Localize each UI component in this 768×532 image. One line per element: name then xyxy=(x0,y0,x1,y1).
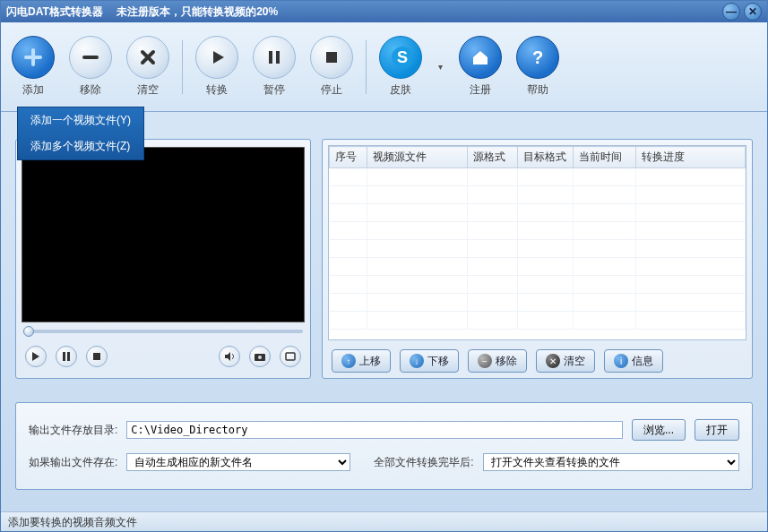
col-progress[interactable]: 转换进度 xyxy=(636,147,746,168)
table-row[interactable] xyxy=(330,186,746,204)
preview-panel xyxy=(15,139,311,379)
convert-button[interactable]: 转换 xyxy=(194,36,240,98)
statusbar: 添加要转换的视频音频文件 xyxy=(1,511,767,531)
table-row[interactable] xyxy=(330,222,746,240)
svg-rect-8 xyxy=(93,353,100,360)
output-dir-label: 输出文件存放目录: xyxy=(29,423,117,438)
add-dropdown-menu: 添加一个视频文件(Y) 添加多个视频文件(Z) xyxy=(17,107,144,160)
add-button[interactable]: 添加 xyxy=(10,36,56,98)
preview-stop-button[interactable] xyxy=(86,346,108,367)
svg-text:S: S xyxy=(397,48,408,66)
col-index[interactable]: 序号 xyxy=(330,147,367,168)
status-text: 添加要转换的视频音频文件 xyxy=(8,516,137,528)
output-panel: 输出文件存放目录: 浏览... 打开 如果输出文件存在: 自动生成相应的新文件名… xyxy=(15,402,753,490)
register-button[interactable]: 注册 xyxy=(457,36,504,98)
file-list-panel: 序号 视频源文件 源格式 目标格式 当前时间 转换进度 xyxy=(322,139,753,379)
browse-button[interactable]: 浏览... xyxy=(632,419,686,441)
list-remove-button[interactable]: −移除 xyxy=(468,349,527,373)
play-icon xyxy=(206,47,228,68)
svg-point-10 xyxy=(258,356,262,359)
svg-rect-11 xyxy=(286,353,295,360)
svg-rect-0 xyxy=(269,51,272,64)
info-button[interactable]: i信息 xyxy=(604,349,663,373)
fullscreen-button[interactable] xyxy=(280,346,301,367)
move-up-button[interactable]: ↑上移 xyxy=(332,349,391,373)
preview-controls xyxy=(22,340,305,369)
table-row[interactable] xyxy=(330,168,746,186)
preview-play-button[interactable] xyxy=(25,346,47,367)
app-title: 闪电DAT格式转换器 xyxy=(6,4,103,20)
app-window: 闪电DAT格式转换器 未注册版本，只能转换视频的20% — ✕ 添加 移除 清空… xyxy=(0,0,768,532)
titlebar: 闪电DAT格式转换器 未注册版本，只能转换视频的20% — ✕ xyxy=(1,1,767,22)
table-row[interactable] xyxy=(330,258,746,276)
question-icon: ? xyxy=(527,47,548,68)
skin-icon: S xyxy=(390,47,411,68)
col-srcfmt[interactable]: 源格式 xyxy=(468,147,518,168)
close-button[interactable]: ✕ xyxy=(744,3,762,21)
arrow-up-icon: ↑ xyxy=(341,354,356,368)
volume-button[interactable] xyxy=(219,346,240,367)
file-exists-label: 如果输出文件存在: xyxy=(29,455,117,470)
video-preview xyxy=(22,147,305,322)
preview-pause-button[interactable] xyxy=(56,346,77,367)
output-dir-input[interactable] xyxy=(126,421,623,439)
svg-rect-7 xyxy=(67,352,70,361)
svg-text:?: ? xyxy=(532,47,543,67)
move-down-button[interactable]: ↓下移 xyxy=(400,349,459,373)
info-icon: i xyxy=(614,354,628,368)
table-row[interactable] xyxy=(330,204,746,222)
open-button[interactable]: 打开 xyxy=(695,419,739,441)
stop-button[interactable]: 停止 xyxy=(308,36,355,98)
seek-slider-thumb[interactable] xyxy=(23,326,34,337)
svg-rect-1 xyxy=(276,51,280,64)
table-row[interactable] xyxy=(330,312,746,330)
minimize-button[interactable]: — xyxy=(722,3,740,21)
table-row[interactable] xyxy=(330,240,746,258)
col-dstfmt[interactable]: 目标格式 xyxy=(518,147,574,168)
toolbar: 添加 移除 清空 转换 暂停 停止 S 皮肤 ▾ 注 xyxy=(1,22,767,112)
add-single-file-item[interactable]: 添加一个视频文件(Y) xyxy=(18,107,143,133)
after-convert-label: 全部文件转换完毕后: xyxy=(374,455,473,470)
skin-button[interactable]: S 皮肤 xyxy=(377,36,424,98)
help-button[interactable]: ? 帮助 xyxy=(514,36,561,98)
table-row[interactable] xyxy=(330,276,746,294)
svg-rect-6 xyxy=(63,352,65,361)
svg-rect-2 xyxy=(326,52,337,63)
add-multiple-files-item[interactable]: 添加多个视频文件(Z) xyxy=(18,133,143,159)
file-exists-select[interactable]: 自动生成相应的新文件名 xyxy=(126,453,350,471)
arrow-down-icon: ↓ xyxy=(410,354,424,368)
clear-button[interactable]: 清空 xyxy=(125,36,171,98)
col-time[interactable]: 当前时间 xyxy=(574,147,636,168)
app-title-suffix: 未注册版本，只能转换视频的20% xyxy=(116,4,278,20)
remove-button[interactable]: 移除 xyxy=(67,36,114,98)
after-convert-select[interactable]: 打开文件夹查看转换的文件 xyxy=(483,453,739,471)
minus-icon: − xyxy=(478,354,492,368)
snapshot-button[interactable] xyxy=(249,346,271,367)
skin-dropdown-arrow[interactable]: ▾ xyxy=(435,62,446,72)
stop-icon xyxy=(321,47,342,68)
table-row[interactable] xyxy=(330,294,746,312)
home-icon xyxy=(470,47,491,68)
pause-button[interactable]: 暂停 xyxy=(251,36,298,98)
plus-icon xyxy=(22,47,44,68)
x-icon: ✕ xyxy=(546,354,560,368)
minus-icon xyxy=(80,47,101,68)
list-clear-button[interactable]: ✕清空 xyxy=(536,349,595,373)
pause-icon xyxy=(263,47,285,68)
seek-slider[interactable] xyxy=(22,322,305,340)
x-icon xyxy=(137,47,159,68)
list-actions: ↑上移 ↓下移 −移除 ✕清空 i信息 xyxy=(328,340,746,373)
col-source[interactable]: 视频源文件 xyxy=(367,147,468,168)
file-table[interactable]: 序号 视频源文件 源格式 目标格式 当前时间 转换进度 xyxy=(328,145,746,340)
